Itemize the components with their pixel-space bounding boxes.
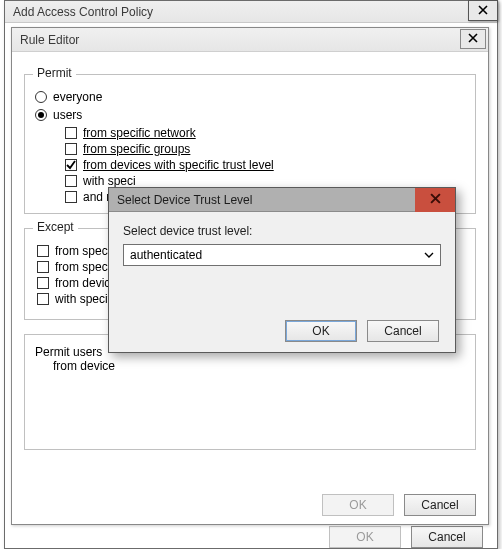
summary-line-2: from device <box>53 359 465 373</box>
radio-users[interactable]: users <box>35 107 465 123</box>
rule-editor-button-row: OK Cancel <box>322 494 476 516</box>
checkbox-icon <box>65 127 77 139</box>
outer-ok-button[interactable]: OK <box>329 526 401 548</box>
radio-everyone[interactable]: everyone <box>35 89 465 105</box>
permit-legend: Permit <box>33 66 76 80</box>
rule-editor-cancel-button[interactable]: Cancel <box>404 494 476 516</box>
modal-title: Select Device Trust Level <box>117 193 252 207</box>
checkbox-icon <box>65 143 77 155</box>
radio-users-label: users <box>53 107 82 123</box>
except-legend: Except <box>33 220 78 234</box>
chevron-down-icon <box>422 248 436 262</box>
check-from-groups-label: from specific groups <box>83 141 190 157</box>
outer-cancel-button[interactable]: Cancel <box>411 526 483 548</box>
device-trust-level-select[interactable]: authenticated <box>123 244 441 266</box>
check-from-trust-level[interactable]: from devices with specific trust level <box>65 157 465 173</box>
modal-cancel-button[interactable]: Cancel <box>367 320 439 342</box>
outer-button-row: OK Cancel <box>329 526 483 548</box>
except-check-4-label: with specifi <box>55 291 114 307</box>
checkbox-icon <box>65 191 77 203</box>
check-from-network[interactable]: from specific network <box>65 125 465 141</box>
select-device-trust-level-dialog: Select Device Trust Level Select device … <box>108 187 456 353</box>
radio-everyone-label: everyone <box>53 89 102 105</box>
checkbox-checked-icon <box>65 159 77 171</box>
checkbox-icon <box>37 261 49 273</box>
radio-icon <box>35 91 47 103</box>
modal-body: Select device trust level: authenticated… <box>109 212 455 352</box>
rule-editor-titlebar: Rule Editor <box>12 28 488 52</box>
modal-titlebar: Select Device Trust Level <box>109 188 455 212</box>
close-icon <box>430 193 441 207</box>
modal-field-label: Select device trust level: <box>123 224 441 238</box>
checkbox-icon <box>37 293 49 305</box>
rule-editor-ok-button[interactable]: OK <box>322 494 394 516</box>
modal-button-row: OK Cancel <box>285 320 439 342</box>
outer-titlebar: Add Access Control Policy <box>5 1 497 23</box>
check-from-groups[interactable]: from specific groups <box>65 141 465 157</box>
checkbox-icon <box>37 277 49 289</box>
checkbox-icon <box>37 245 49 257</box>
rule-editor-close-button[interactable] <box>460 29 486 49</box>
check-from-trust-level-label: from devices with specific trust level <box>83 157 274 173</box>
rule-editor-title: Rule Editor <box>20 33 79 47</box>
modal-ok-button[interactable]: OK <box>285 320 357 342</box>
outer-title: Add Access Control Policy <box>13 5 153 19</box>
close-icon <box>468 32 478 46</box>
checkbox-icon <box>65 175 77 187</box>
device-trust-level-selected: authenticated <box>130 248 202 262</box>
outer-close-button[interactable] <box>468 0 498 21</box>
radio-icon <box>35 109 47 121</box>
close-icon <box>478 4 488 18</box>
check-from-network-label: from specific network <box>83 125 196 141</box>
modal-close-button[interactable] <box>415 188 455 212</box>
